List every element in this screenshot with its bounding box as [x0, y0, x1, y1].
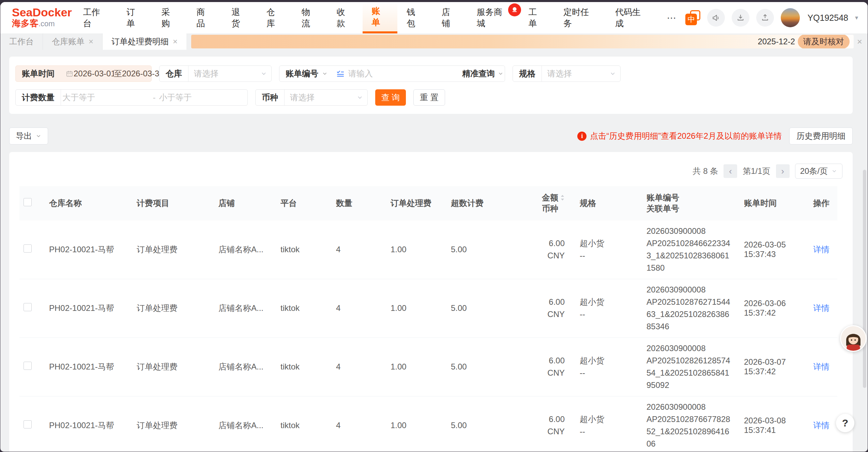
username[interactable]: YQ192548 — [807, 13, 848, 23]
share-icon — [761, 13, 770, 22]
tab-warehouse-bill-label: 仓库账单 — [52, 36, 85, 47]
table-row: PH02-10021-马帮 订单处理费 店铺名称A... tiktok 4 1.… — [19, 337, 837, 396]
nav-more-button[interactable]: ⋯ — [657, 2, 685, 33]
cell-bill-no: 2026030900008 — [646, 342, 730, 355]
export-button[interactable]: 导出 — [9, 127, 48, 145]
header-bill-time: 账单时间 — [744, 186, 813, 220]
prev-page-button[interactable]: ‹ — [724, 164, 737, 178]
header-spec: 规格 — [567, 186, 646, 220]
nav-item-code-gen[interactable]: 代码生成 — [606, 2, 658, 33]
next-page-button[interactable]: › — [776, 164, 790, 178]
cell-bill-time: 2026-03-08 15:37:41 — [744, 396, 813, 452]
cell-bill-time: 2026-03-06 15:37:42 — [744, 279, 813, 337]
announcement-button[interactable] — [707, 9, 725, 27]
user-avatar[interactable] — [781, 8, 800, 27]
banner-close-icon[interactable]: × — [857, 36, 862, 47]
calendar-icon — [65, 70, 74, 78]
cell-order-fee: 1.00 — [391, 220, 451, 279]
batch-input-icon[interactable] — [336, 69, 345, 78]
detail-link[interactable]: 详情 — [813, 303, 829, 313]
filter-warehouse[interactable]: 仓库 请选择 — [159, 65, 272, 82]
search-button[interactable]: 查 询 — [375, 89, 406, 106]
pagination-total: 共 8 条 — [693, 166, 718, 177]
cell-store: 店铺名称A... — [218, 279, 280, 337]
nav-item-workbench[interactable]: 工作台 — [74, 2, 117, 33]
bill-no-input[interactable] — [348, 69, 454, 78]
chevron-down-icon — [609, 70, 616, 77]
tab-warehouse-bill[interactable]: 仓库账单× — [43, 33, 103, 50]
cell-related-no: AP202510282612857454_1&20251028658419509… — [646, 355, 730, 391]
filter-row-1: 账单时间 至 仓库 请选择 账单编号 — [15, 65, 845, 82]
language-switch-icon[interactable]: 中 — [685, 10, 700, 25]
select-all-checkbox[interactable] — [24, 198, 32, 206]
row-checkbox[interactable] — [24, 303, 32, 311]
nav-item-logistics[interactable]: 物流 — [292, 2, 328, 33]
history-notice-text: 点击“历史费用明细”查看2026年2月及以前的账单详情 — [590, 131, 782, 141]
bill-time-to-input[interactable] — [122, 69, 162, 78]
filter-spec[interactable]: 规格 请选择 — [513, 65, 621, 82]
nav-item-products[interactable]: 商品 — [187, 2, 223, 33]
row-checkbox[interactable] — [24, 420, 32, 428]
cell-excess-fee: 5.00 — [451, 337, 511, 396]
detail-link[interactable]: 详情 — [813, 421, 829, 430]
brand-logo[interactable]: SeaDocker 海多客.com — [0, 2, 74, 33]
filter-bill-time: 账单时间 至 — [15, 65, 152, 82]
filter-currency[interactable]: 币种 请选择 — [255, 89, 368, 106]
help-button[interactable]: ? — [836, 414, 854, 432]
download-button[interactable] — [732, 9, 749, 27]
currency-label: 币种 — [256, 92, 284, 103]
cs-girl-illustration — [841, 326, 866, 351]
nav-item-purchase[interactable]: 采购 — [152, 2, 187, 33]
qty-max-input[interactable] — [158, 93, 248, 102]
header-warehouse: 仓库名称 — [49, 186, 137, 220]
query-mode-select[interactable]: 精准查询 — [457, 68, 508, 79]
cell-fee-item: 订单处理费 — [137, 220, 218, 279]
nav-item-service-mall[interactable]: 服务商城 — [468, 2, 519, 33]
nav-item-warehouse[interactable]: 仓库 — [257, 2, 292, 33]
cell-spec: 超小货 — [580, 296, 646, 308]
megaphone-icon — [712, 13, 720, 22]
table-header-row: 仓库名称 计费项目 店铺 平台 数量 订单处理费 超数计费 金额 币种 — [19, 186, 837, 220]
header-amount-currency: 金额 币种 — [511, 186, 567, 220]
nav-item-payments[interactable]: 收款 — [328, 2, 363, 33]
nav-item-bills[interactable]: 账单 — [363, 2, 398, 33]
filter-qty: 计费数量 - — [15, 89, 248, 106]
tab-workbench[interactable]: 工作台 — [0, 33, 43, 50]
nav-item-returns[interactable]: 退货 — [222, 2, 257, 33]
user-menu-caret-icon[interactable]: ▾ — [855, 14, 858, 21]
customer-service-avatar[interactable] — [840, 325, 867, 352]
info-icon: i — [577, 132, 587, 141]
page-size-select[interactable]: 20条/页 — [795, 164, 842, 179]
vertical-scrollbar[interactable] — [863, 170, 866, 388]
tab-close-icon[interactable]: × — [173, 37, 178, 46]
cell-related-no: AP20251028466223343_1&202510283680611580 — [646, 237, 730, 274]
reset-button[interactable]: 重 置 — [413, 89, 445, 106]
tab-close-icon[interactable]: × — [89, 37, 93, 46]
nav-item-stores[interactable]: 店铺 — [432, 2, 468, 33]
cell-amount: 6.00 — [511, 296, 565, 308]
bill-no-type-select[interactable]: 账单编号 — [279, 68, 332, 79]
history-fee-button[interactable]: 历史费用明细 — [789, 127, 853, 145]
detail-link[interactable]: 详情 — [813, 362, 829, 371]
row-checkbox[interactable] — [24, 244, 32, 253]
qty-min-input[interactable] — [61, 93, 151, 102]
cell-bill-no: 2026030900008 — [646, 225, 730, 237]
download-icon — [736, 13, 745, 22]
bill-time-from-input[interactable] — [74, 69, 114, 78]
nav-item-orders[interactable]: 订单 — [117, 2, 152, 33]
detail-link[interactable]: 详情 — [813, 245, 829, 254]
spec-label: 规格 — [513, 68, 542, 79]
row-checkbox[interactable] — [24, 362, 32, 370]
nav-item-work-order[interactable]: 工单 — [519, 2, 554, 33]
nav-item-wallet[interactable]: 钱包 — [397, 2, 432, 33]
cell-spec: 超小货 — [580, 413, 646, 425]
pagination-page: 第1/1页 — [743, 166, 770, 177]
brand-cn: 海多客.com — [12, 18, 74, 29]
header-platform: 平台 — [280, 186, 336, 220]
header-currency: 币种 — [511, 203, 558, 214]
tab-order-fee-detail[interactable]: 订单处理费明细× — [103, 33, 186, 50]
banner-badge[interactable]: 请及时核对 — [798, 35, 850, 48]
share-button[interactable] — [756, 9, 774, 27]
nav-item-scheduled-tasks[interactable]: 定时任务 — [554, 2, 606, 33]
sort-icon[interactable] — [560, 194, 565, 201]
